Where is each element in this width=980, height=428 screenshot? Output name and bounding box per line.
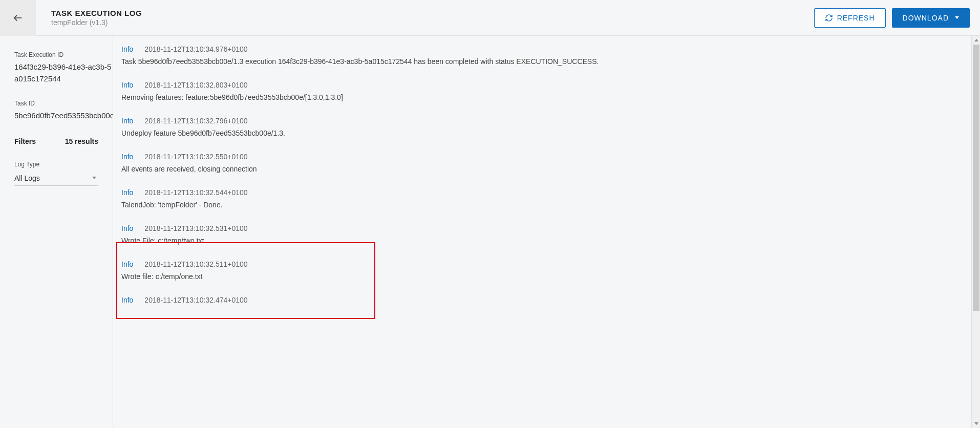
log-message: Undeploy feature 5be96d0fb7eed53553bcb00… (121, 129, 970, 137)
header: TASK EXECUTION LOG tempFolder (v1.3) REF… (0, 0, 980, 36)
log-message: Task 5be96d0fb7eed53553bcb00e/1.3 execut… (121, 57, 970, 66)
log-panel: Info2018-11-12T13:10:34.976+0100Task 5be… (113, 36, 980, 428)
log-entry: Info2018-11-12T13:10:32.803+0100Removing… (121, 81, 970, 101)
scroll-up-button[interactable] (972, 36, 980, 45)
log-entry: Info2018-11-12T13:10:32.796+0100Undeploy… (121, 117, 970, 137)
task-id-label: Task ID (14, 100, 113, 107)
task-exec-id-label: Task Execution ID (14, 51, 113, 58)
log-level: Info (121, 45, 133, 53)
log-message: TalendJob: 'tempFolder' - Done. (121, 201, 970, 209)
download-button[interactable]: DOWNLOAD (892, 8, 970, 28)
log-timestamp: 2018-11-12T13:10:32.511+0100 (144, 260, 247, 268)
log-timestamp: 2018-11-12T13:10:32.474+0100 (144, 296, 247, 304)
log-level: Info (121, 260, 133, 268)
back-button[interactable] (0, 0, 36, 36)
log-timestamp: 2018-11-12T13:10:32.531+0100 (144, 224, 247, 232)
log-message: All events are received, closing connect… (121, 165, 970, 173)
chevron-down-icon (955, 16, 959, 19)
task-exec-id-value: 164f3c29-b396-41e3-ac3b-5a015c172544 (14, 61, 113, 84)
filters-row: Filters 15 results (14, 137, 113, 145)
page-subtitle: tempFolder (v1.3) (51, 18, 814, 27)
arrow-down-icon (974, 422, 978, 425)
refresh-button[interactable]: REFRESH (814, 8, 886, 28)
log-head: Info2018-11-12T13:10:32.544+0100 (121, 188, 970, 197)
log-timestamp: 2018-11-12T13:10:32.796+0100 (144, 117, 247, 125)
log-entry: Info2018-11-12T13:10:32.474+0100 (121, 296, 970, 304)
scrollbar-thumb[interactable] (973, 45, 979, 311)
log-head: Info2018-11-12T13:10:32.550+0100 (121, 153, 970, 161)
log-head: Info2018-11-12T13:10:32.511+0100 (121, 260, 970, 268)
sidebar: Task Execution ID 164f3c29-b396-41e3-ac3… (0, 36, 113, 428)
log-head: Info2018-11-12T13:10:32.531+0100 (121, 224, 970, 232)
log-entry: Info2018-11-12T13:10:32.511+0100Wrote fi… (121, 260, 970, 281)
log-entry: Info2018-11-12T13:10:32.531+0100Wrote Fi… (121, 224, 970, 245)
page-title: TASK EXECUTION LOG (51, 9, 814, 17)
scrollbar[interactable] (971, 36, 980, 428)
arrow-left-icon (12, 12, 24, 24)
title-block: TASK EXECUTION LOG tempFolder (v1.3) (51, 9, 814, 27)
log-level: Info (121, 224, 133, 232)
log-head: Info2018-11-12T13:10:34.976+0100 (121, 45, 970, 53)
results-count: 15 results (65, 137, 98, 145)
refresh-label: REFRESH (837, 14, 875, 22)
log-entry: Info2018-11-12T13:10:32.544+0100TalendJo… (121, 188, 970, 209)
log-entry: Info2018-11-12T13:10:34.976+0100Task 5be… (121, 45, 970, 66)
refresh-icon (825, 14, 833, 22)
log-head: Info2018-11-12T13:10:32.474+0100 (121, 296, 970, 304)
log-type-value: All Logs (14, 174, 40, 182)
log-head: Info2018-11-12T13:10:32.803+0100 (121, 81, 970, 89)
header-actions: REFRESH DOWNLOAD (814, 8, 970, 28)
log-type-select[interactable]: All Logs (14, 171, 98, 186)
task-id-value: 5be96d0fb7eed53553bcb00e (14, 110, 113, 122)
scroll-down-button[interactable] (972, 419, 980, 428)
log-timestamp: 2018-11-12T13:10:32.803+0100 (144, 81, 247, 89)
content: Task Execution ID 164f3c29-b396-41e3-ac3… (0, 36, 980, 428)
arrow-up-icon (974, 39, 978, 41)
log-timestamp: 2018-11-12T13:10:34.976+0100 (144, 45, 247, 53)
log-entry: Info2018-11-12T13:10:32.550+0100All even… (121, 153, 970, 173)
download-label: DOWNLOAD (903, 14, 949, 22)
log-level: Info (121, 81, 133, 89)
log-level: Info (121, 117, 133, 125)
log-level: Info (121, 153, 133, 161)
log-message: Wrote File: c:/temp/two.txt (121, 237, 970, 245)
log-timestamp: 2018-11-12T13:10:32.550+0100 (144, 153, 247, 161)
log-message: Wrote file: c:/temp/one.txt (121, 272, 970, 281)
log-level: Info (121, 188, 133, 197)
log-message: Removing features: feature:5be96d0fb7eed… (121, 93, 970, 101)
log-type-label: Log Type (14, 161, 113, 168)
log-timestamp: 2018-11-12T13:10:32.544+0100 (144, 188, 247, 197)
chevron-down-icon (92, 177, 96, 179)
filters-label: Filters (14, 137, 36, 145)
log-head: Info2018-11-12T13:10:32.796+0100 (121, 117, 970, 125)
log-level: Info (121, 296, 133, 304)
